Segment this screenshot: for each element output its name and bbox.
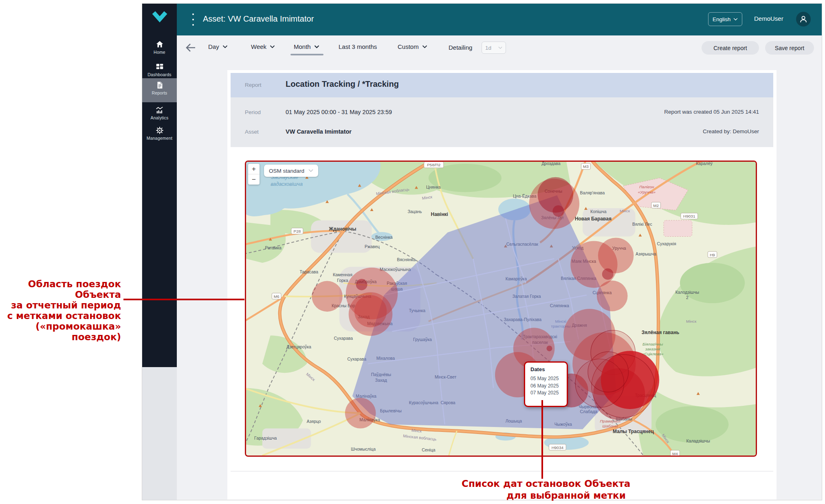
annotation-dates-list-line2: для выбранной метки <box>506 490 626 501</box>
dates-popup: Dates 05 May 202506 May 202507 May 2025 <box>524 361 568 407</box>
created-by-text: Created by: DemoUser <box>703 128 759 134</box>
map-place-label: Шабаны <box>602 424 618 428</box>
stop-marker-circle[interactable] <box>602 269 614 280</box>
map-place-label: Малы Трасцянец <box>613 429 654 434</box>
zoom-in-button[interactable]: + <box>248 164 260 174</box>
map-place-label: Веснінка <box>375 235 393 240</box>
map-place-label: Новая Баравая <box>575 216 612 222</box>
chevron-down-icon <box>422 45 427 48</box>
tab-day[interactable]: Day <box>208 43 228 50</box>
tab-custom[interactable]: Custom <box>398 43 427 50</box>
stop-marker-circle[interactable] <box>354 295 387 327</box>
tab-month[interactable]: Month <box>294 43 319 50</box>
map-place-label: Дзегцяроўка <box>286 345 311 349</box>
map-layer-select[interactable]: OSM standard <box>264 165 318 177</box>
map-place-label: Каладзішчы <box>686 439 710 443</box>
map-place-label: Азярышча <box>636 252 656 256</box>
asset-row: Asset VW Caravella Imimtator Created by:… <box>231 126 773 138</box>
app-logo[interactable] <box>142 4 177 29</box>
map-place-label: Каралёў <box>696 162 713 166</box>
svg-text:P28: P28 <box>294 229 301 233</box>
chevron-down-icon <box>222 45 228 48</box>
report-label: Report <box>245 82 262 88</box>
save-report-button[interactable]: Save report <box>765 41 814 55</box>
svg-text:М2: М2 <box>653 203 659 208</box>
language-select[interactable]: English <box>708 12 742 26</box>
date-item: 07 May 2025 <box>530 390 567 397</box>
tab-week[interactable]: Week <box>251 43 275 50</box>
map-zoom-control: + − <box>248 164 260 185</box>
asset-label: Asset <box>245 129 259 135</box>
annotation-trip-area: Область поездок Объекта за отчетный пери… <box>2 279 121 342</box>
svg-text:H9: H9 <box>710 253 715 257</box>
chevron-down-icon <box>498 46 502 49</box>
divider <box>231 471 773 471</box>
map-place-label: Зялёная гавань <box>642 330 680 335</box>
map-place-label: Цнянка <box>426 185 441 189</box>
person-icon <box>799 15 808 24</box>
toolbar: DayWeekMonthLast 3 monthsCustom Detailin… <box>177 35 822 61</box>
map-place-label: Вялікі Лес <box>632 222 652 227</box>
map-place-label: Азярцо <box>307 419 321 424</box>
sidebar-item-analytics[interactable]: Analytics <box>142 103 177 124</box>
tab-label: Month <box>294 43 311 50</box>
report-card: Report Location Tracking / *Tracking Per… <box>227 70 777 500</box>
sidebar-item-home[interactable]: Home <box>142 37 177 60</box>
asset-value: VW Caravella Imimtator <box>286 128 352 135</box>
map[interactable]: ЗаслаўскаевадасховішчаМінская вобласцьМі… <box>245 161 757 457</box>
zoom-out-button[interactable]: − <box>248 174 260 185</box>
stop-marker-circle[interactable] <box>552 205 564 217</box>
sidebar-item-reports[interactable]: Reports <box>142 78 177 102</box>
map-place-label: заказнік <box>645 347 660 351</box>
svg-text:М4: М4 <box>672 451 678 456</box>
map-place-label: Палігон <box>639 185 654 189</box>
back-button[interactable] <box>185 42 196 55</box>
sidebar-item-management[interactable]: Management <box>142 123 177 145</box>
kebab-menu-icon[interactable] <box>192 13 195 26</box>
tab-label: Week <box>251 43 266 50</box>
map-layer-value: OSM standard <box>269 168 304 174</box>
map-place-label: Сухарукія <box>657 242 676 246</box>
create-report-button[interactable]: Create report <box>702 41 759 55</box>
map-place-label: Мінск <box>620 209 630 213</box>
stop-marker-circle[interactable] <box>546 346 552 351</box>
tab-last-3-months[interactable]: Last 3 months <box>339 43 377 50</box>
app-window: HomeDashboardsReportsAnalyticsManagement… <box>142 3 822 500</box>
date-item: 05 May 2025 <box>530 375 567 383</box>
report-name: Location Tracking / *Tracking <box>286 79 399 89</box>
detailing-label: Detailing <box>449 44 472 51</box>
map-place-label: Гарадзішча <box>254 436 277 440</box>
annotation-horizontal-line <box>123 299 244 300</box>
stop-marker-circle[interactable] <box>588 352 629 392</box>
stop-marker-circle[interactable] <box>598 238 634 273</box>
map-place-label: вадасховішча <box>271 182 303 187</box>
chevron-down-icon <box>314 45 319 48</box>
sidebar-item-label: Reports <box>142 90 177 95</box>
map-place-label: Сеніца <box>422 448 435 452</box>
page: HomeDashboardsReportsAnalyticsManagement… <box>0 0 825 504</box>
dates-list: 05 May 202506 May 202507 May 2025 <box>530 375 567 397</box>
user-name: DemoUser <box>754 15 783 22</box>
stop-marker-circle[interactable] <box>597 281 628 311</box>
detailing-select[interactable]: 1d <box>482 42 506 54</box>
stop-marker-circle[interactable] <box>356 279 367 291</box>
user-avatar[interactable] <box>796 12 811 26</box>
sidebar-item-label: Analytics <box>142 115 177 120</box>
map-place-label: 2 <box>686 295 689 300</box>
svg-text:М3: М3 <box>583 164 589 169</box>
stop-marker-circle[interactable] <box>312 281 343 312</box>
reports-icon <box>142 81 177 90</box>
svg-text:P58/П2: P58/П2 <box>427 163 441 167</box>
map-place-label: Копішча <box>590 209 607 214</box>
map-canvas: ЗаслаўскаевадасховішчаМінская вобласцьМі… <box>246 162 756 456</box>
management-icon <box>142 126 177 135</box>
chevron-down-icon <box>308 169 313 172</box>
map-place-label: Сухарава <box>334 336 353 341</box>
asset-title: Asset: VW Caravella Imimtator <box>203 14 314 24</box>
map-place-label: Валяр'янава <box>580 191 605 195</box>
sidebar-item-dashboards[interactable]: Dashboards <box>142 60 177 79</box>
map-place-label: Тарасава <box>299 270 318 274</box>
sidebar-item-label: Dashboards <box>142 72 177 77</box>
period-value: 01 May 2025 00:00 - 31 May 2025 23:59 <box>286 109 392 115</box>
stop-marker-circle[interactable] <box>345 398 376 428</box>
